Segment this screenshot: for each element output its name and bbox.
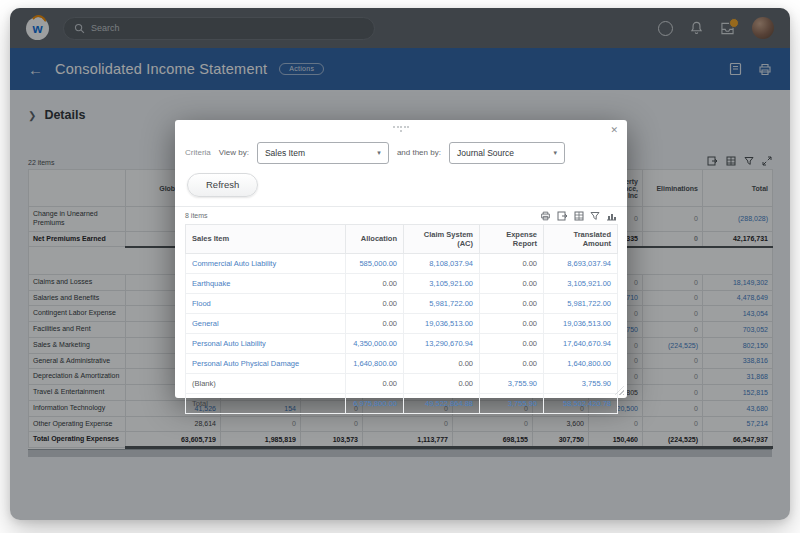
close-icon[interactable]: ✕ <box>610 126 618 135</box>
table-row: General0.0019,036,513.000.0019,036,513.0… <box>186 313 618 333</box>
criteria-row: Criteria View by: Sales Item ▾ and then … <box>185 142 617 164</box>
drillable-amount-cell[interactable]: 17,640,670.94 <box>544 333 618 353</box>
then-by-value: Journal Source <box>457 148 514 158</box>
amount-cell: 0.00 <box>480 293 544 313</box>
table-row: Personal Auto Physical Damage1,640,800.0… <box>186 353 618 373</box>
sales-item-link[interactable]: General <box>186 313 346 333</box>
amount-cell: 0.00 <box>346 293 404 313</box>
sales-item-link[interactable]: Personal Auto Liability <box>186 333 346 353</box>
app-window: w Search ← Consolidat <box>10 8 790 520</box>
drillable-amount-cell[interactable]: 3,755.90 <box>544 373 618 393</box>
sales-item-link[interactable]: Earthquake <box>186 273 346 293</box>
divider <box>175 206 627 207</box>
drillable-amount-cell[interactable]: 1,640,800.00 <box>346 353 404 373</box>
drillable-amount-cell[interactable]: 1,640,800.00 <box>544 353 618 373</box>
refresh-button[interactable]: Refresh <box>187 173 258 197</box>
column-header: Expense Report <box>480 224 544 253</box>
then-by-label: and then by: <box>397 148 441 157</box>
table-row: Personal Auto Liability4,350,000.0013,29… <box>186 333 618 353</box>
drillable-amount-cell[interactable]: 3,105,921.00 <box>404 273 480 293</box>
table-row: Total6,975,800.0049,522,864.883,755.9058… <box>186 393 618 413</box>
column-header: Sales Item <box>186 224 346 253</box>
column-header: Claim System (AC) <box>404 224 480 253</box>
column-header: Translated Amount <box>544 224 618 253</box>
table-row: (Blank)0.000.003,755.903,755.90 <box>186 373 618 393</box>
drillable-amount-cell[interactable]: 3,105,921.00 <box>544 273 618 293</box>
amount-cell: 0.00 <box>480 273 544 293</box>
table-row: Flood0.005,981,722.000.005,981,722.00 <box>186 293 618 313</box>
drillable-amount-cell[interactable]: 8,693,037.94 <box>544 253 618 273</box>
then-by-select[interactable]: Journal Source ▾ <box>449 142 565 164</box>
drilldown-table: Sales ItemAllocationClaim System (AC)Exp… <box>185 224 618 414</box>
view-by-label: View by: <box>219 148 249 157</box>
chevron-down-icon: ▾ <box>553 149 557 157</box>
print-icon[interactable] <box>540 211 551 221</box>
drillable-amount-cell[interactable]: 5,981,722.00 <box>544 293 618 313</box>
drillable-amount-cell[interactable]: 19,036,513.00 <box>544 313 618 333</box>
filter-icon[interactable] <box>590 211 600 221</box>
amount-cell: 0.00 <box>346 373 404 393</box>
amount-cell: 0.00 <box>480 253 544 273</box>
drillable-amount-cell[interactable]: 19,036,513.00 <box>404 313 480 333</box>
modal-table-meta: 8 items <box>185 211 617 221</box>
export-excel-icon[interactable] <box>557 211 568 221</box>
drillable-amount-cell[interactable]: 3,755.90 <box>480 393 544 413</box>
modal-items-count: 8 items <box>185 212 208 219</box>
drillable-amount-cell[interactable]: 3,755.90 <box>480 373 544 393</box>
amount-cell: 0.00 <box>346 313 404 333</box>
drillable-amount-cell[interactable]: 6,975,800.00 <box>346 393 404 413</box>
amount-cell: 0.00 <box>404 373 480 393</box>
modal-toolbar <box>540 211 617 221</box>
sales-item-link[interactable]: Flood <box>186 293 346 313</box>
view-by-value: Sales Item <box>265 148 305 158</box>
grid-icon[interactable] <box>574 211 584 221</box>
drillable-amount-cell[interactable]: 58,502,420.78 <box>544 393 618 413</box>
row-label: Total <box>186 393 346 413</box>
drillable-amount-cell[interactable]: 4,350,000.00 <box>346 333 404 353</box>
amount-cell: 0.00 <box>480 333 544 353</box>
table-row: Commercial Auto Liability585,000.008,108… <box>186 253 618 273</box>
column-header: Allocation <box>346 224 404 253</box>
chevron-down-icon: ▾ <box>377 149 381 157</box>
amount-cell: 0.00 <box>404 353 480 373</box>
amount-cell: 0.00 <box>480 313 544 333</box>
chart-icon[interactable] <box>606 211 617 221</box>
drillable-amount-cell[interactable]: 13,290,670.94 <box>404 333 480 353</box>
drag-handle-icon[interactable] <box>393 126 409 132</box>
table-row: Earthquake0.003,105,921.000.003,105,921.… <box>186 273 618 293</box>
view-by-select[interactable]: Sales Item ▾ <box>257 142 389 164</box>
sales-item-link[interactable]: Personal Auto Physical Damage <box>186 353 346 373</box>
drillable-amount-cell[interactable]: 5,981,722.00 <box>404 293 480 313</box>
criteria-label: Criteria <box>185 148 211 157</box>
drillable-amount-cell[interactable]: 585,000.00 <box>346 253 404 273</box>
drillable-amount-cell[interactable]: 49,522,864.88 <box>404 393 480 413</box>
drillable-amount-cell[interactable]: 8,108,037.94 <box>404 253 480 273</box>
drilldown-modal: ✕ Criteria View by: Sales Item ▾ and the… <box>175 120 627 398</box>
amount-cell: 0.00 <box>480 353 544 373</box>
row-label: (Blank) <box>186 373 346 393</box>
amount-cell: 0.00 <box>346 273 404 293</box>
sales-item-link[interactable]: Commercial Auto Liability <box>186 253 346 273</box>
